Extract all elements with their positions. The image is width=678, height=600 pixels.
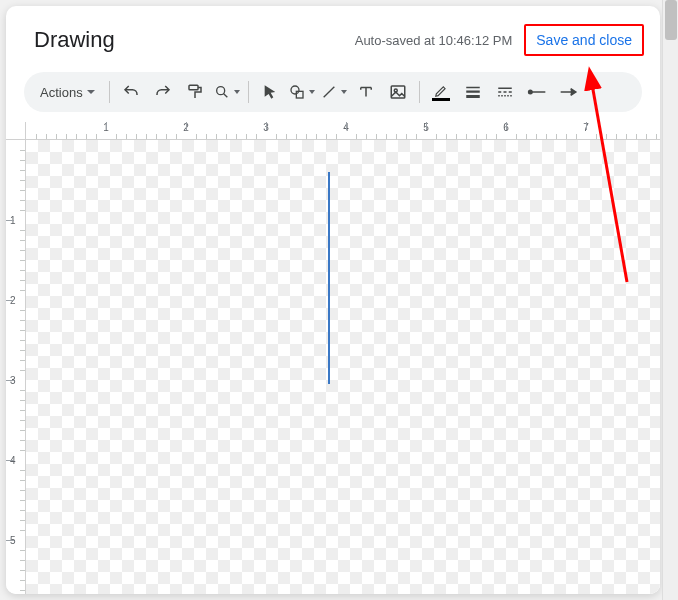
svg-rect-3 [296,91,303,98]
line-weight-icon [464,83,482,101]
line-color-swatch [432,98,450,101]
zoom-button[interactable] [212,77,242,107]
textbox-icon [357,83,375,101]
line-weight-button[interactable] [458,77,488,107]
canvas-area: 1234567 12345 [6,122,660,594]
drawn-vertical-line[interactable] [328,172,330,384]
horizontal-ruler: 1234567 [26,122,660,140]
svg-rect-9 [498,88,512,90]
toolbar-wrap: Actions [6,72,660,112]
undo-icon [122,83,140,101]
svg-rect-11 [503,91,506,93]
actions-label: Actions [40,85,83,100]
line-dash-button[interactable] [490,77,520,107]
textbox-button[interactable] [351,77,381,107]
svg-rect-13 [498,95,500,97]
svg-rect-12 [508,91,511,93]
scrollbar-thumb[interactable] [665,0,677,40]
svg-rect-4 [391,86,405,98]
drawing-canvas[interactable] [26,140,660,594]
image-icon [389,83,407,101]
caret-down-icon [87,90,95,94]
svg-rect-6 [466,87,480,89]
svg-point-18 [528,90,531,93]
select-icon [262,84,278,100]
caret-down-icon [341,90,347,94]
svg-rect-10 [498,91,501,93]
svg-rect-8 [466,95,480,98]
line-start-icon [527,86,547,98]
svg-rect-16 [507,95,509,97]
paint-format-icon [186,83,204,101]
autosave-status: Auto-saved at 10:46:12 PM [355,33,513,48]
redo-icon [154,83,172,101]
toolbar: Actions [24,72,642,112]
line-icon [321,84,337,100]
caret-down-icon [309,90,315,94]
actions-menu-button[interactable]: Actions [32,81,103,104]
svg-rect-0 [189,85,198,90]
save-and-close-button[interactable]: Save and close [524,24,644,56]
svg-rect-17 [510,95,512,97]
ruler-corner [6,122,26,140]
zoom-icon [214,84,230,100]
image-button[interactable] [383,77,413,107]
separator [109,81,110,103]
line-end-button[interactable] [554,77,584,107]
svg-point-2 [291,86,299,94]
vertical-ruler: 12345 [6,140,26,594]
separator [248,81,249,103]
modal-header: Drawing Auto-saved at 10:46:12 PM Save a… [6,6,660,72]
line-end-icon [559,86,579,98]
shape-tool-button[interactable] [287,77,317,107]
line-tool-button[interactable] [319,77,349,107]
paint-format-button[interactable] [180,77,210,107]
page-title: Drawing [34,27,115,53]
undo-button[interactable] [116,77,146,107]
pen-icon [433,84,449,98]
caret-down-icon [234,90,240,94]
drawing-modal: Drawing Auto-saved at 10:46:12 PM Save a… [6,6,660,594]
svg-rect-14 [501,95,503,97]
line-start-button[interactable] [522,77,552,107]
select-tool-button[interactable] [255,77,285,107]
separator [419,81,420,103]
browser-scrollbar[interactable] [662,0,678,600]
svg-rect-7 [466,91,480,93]
line-color-button[interactable] [426,77,456,107]
svg-point-1 [216,87,224,95]
shape-icon [289,84,305,100]
redo-button[interactable] [148,77,178,107]
svg-rect-15 [504,95,506,97]
line-dash-icon [496,83,514,101]
